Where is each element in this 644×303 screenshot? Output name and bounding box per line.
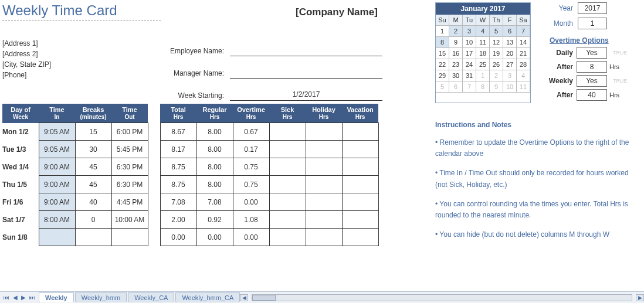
time-cell[interactable]: 4:45 PM: [111, 193, 148, 211]
sheet-tab[interactable]: Weekly: [39, 292, 74, 302]
scroll-left-icon[interactable]: ◀: [240, 294, 248, 301]
cal-day[interactable]: 25: [476, 59, 490, 70]
hrs-cell[interactable]: [342, 123, 378, 141]
time-cell[interactable]: 9:00 AM: [39, 176, 75, 193]
cal-day[interactable]: 11: [517, 81, 530, 93]
employee-name-input[interactable]: [230, 46, 382, 56]
hrs-cell[interactable]: [342, 229, 378, 246]
hrs-cell[interactable]: [342, 211, 378, 229]
cal-day[interactable]: 21: [517, 48, 530, 59]
sheet-tab[interactable]: Weekly_hmm_CA: [175, 292, 240, 302]
sheet-tab[interactable]: Weekly_hmm: [75, 292, 127, 302]
hrs-cell[interactable]: [306, 176, 342, 193]
time-cell[interactable]: 8:00 AM: [39, 211, 75, 229]
hrs-cell[interactable]: [306, 193, 342, 211]
cal-day[interactable]: 24: [463, 59, 476, 70]
cal-day[interactable]: 6: [503, 26, 517, 37]
cal-day[interactable]: 9: [449, 37, 463, 48]
time-cell[interactable]: [75, 229, 111, 246]
tab-nav-first-icon[interactable]: ⏮: [2, 294, 11, 301]
cal-day[interactable]: 20: [503, 48, 517, 59]
hrs-cell[interactable]: [269, 123, 306, 141]
cal-day[interactable]: 19: [490, 48, 503, 59]
ot-input[interactable]: 40: [577, 89, 607, 101]
cal-day[interactable]: 7: [463, 81, 476, 93]
cal-day[interactable]: 29: [436, 70, 449, 81]
month-input[interactable]: 1: [578, 18, 607, 29]
cal-day[interactable]: 4: [476, 26, 490, 37]
cal-day[interactable]: 7: [517, 26, 530, 37]
cal-day[interactable]: 17: [463, 48, 476, 59]
cal-day[interactable]: 4: [517, 70, 530, 81]
hrs-cell[interactable]: [306, 211, 342, 229]
cal-day[interactable]: 1: [476, 70, 490, 81]
hrs-cell[interactable]: [269, 193, 306, 211]
hrs-cell[interactable]: [269, 141, 306, 158]
time-cell[interactable]: 10:00 AM: [111, 211, 148, 229]
cal-day[interactable]: 22: [436, 59, 449, 70]
tab-nav-next-icon[interactable]: ▶: [20, 294, 27, 301]
cal-day[interactable]: 30: [449, 70, 463, 81]
cal-day[interactable]: 11: [476, 37, 490, 48]
hrs-cell[interactable]: [342, 193, 378, 211]
cal-day[interactable]: 31: [463, 70, 476, 81]
time-cell[interactable]: 6:00 PM: [111, 123, 148, 141]
hrs-cell[interactable]: [306, 141, 342, 158]
cal-day[interactable]: 8: [476, 81, 490, 93]
mini-calendar[interactable]: January 2017 SuMTuWThFSa1234567891011121…: [435, 2, 531, 103]
cal-day[interactable]: 13: [503, 37, 517, 48]
time-cell[interactable]: 9:00 AM: [39, 158, 75, 176]
time-cell[interactable]: 9:00 AM: [39, 193, 75, 211]
time-cell[interactable]: [111, 229, 148, 246]
cal-day[interactable]: 6: [449, 81, 463, 93]
cal-day[interactable]: 18: [476, 48, 490, 59]
tab-nav-last-icon[interactable]: ⏭: [28, 294, 36, 301]
cal-day[interactable]: 28: [517, 59, 530, 70]
time-cell[interactable]: 9:05 AM: [39, 141, 75, 158]
scroll-right-icon[interactable]: ▶: [636, 294, 644, 301]
tab-nav-prev-icon[interactable]: ◀: [12, 294, 19, 301]
ot-input[interactable]: Yes: [577, 47, 607, 59]
time-cell[interactable]: 6:30 PM: [111, 158, 148, 176]
time-cell[interactable]: 9:05 AM: [39, 123, 75, 141]
cal-day[interactable]: 9: [490, 81, 503, 93]
hrs-cell[interactable]: [342, 176, 378, 193]
cal-day[interactable]: 3: [463, 26, 476, 37]
hrs-cell[interactable]: [269, 158, 306, 176]
cal-day[interactable]: 16: [449, 48, 463, 59]
time-cell[interactable]: 6:30 PM: [111, 176, 148, 193]
hrs-cell[interactable]: [269, 176, 306, 193]
hrs-cell[interactable]: [306, 123, 342, 141]
hrs-cell[interactable]: [342, 141, 378, 158]
cal-day[interactable]: 5: [490, 26, 503, 37]
manager-name-input[interactable]: [230, 68, 382, 79]
hrs-cell[interactable]: [269, 211, 306, 229]
cal-day[interactable]: 23: [449, 59, 463, 70]
ot-input[interactable]: 8: [577, 61, 607, 73]
time-cell[interactable]: 40: [75, 193, 111, 211]
scrollbar-thumb[interactable]: [252, 295, 276, 301]
hrs-cell[interactable]: [306, 229, 342, 246]
cal-day[interactable]: 27: [503, 59, 517, 70]
horizontal-scrollbar[interactable]: [252, 294, 632, 301]
hrs-cell[interactable]: [306, 158, 342, 176]
time-cell[interactable]: 45: [75, 176, 111, 193]
time-cell[interactable]: [39, 229, 75, 246]
cal-day[interactable]: 15: [436, 48, 449, 59]
hrs-cell[interactable]: [342, 158, 378, 176]
cal-day[interactable]: 12: [490, 37, 503, 48]
cal-day[interactable]: 10: [463, 37, 476, 48]
cal-day[interactable]: 2: [449, 26, 463, 37]
cal-day[interactable]: 3: [503, 70, 517, 81]
cal-day[interactable]: 2: [490, 70, 503, 81]
sheet-tab[interactable]: Weekly_CA: [128, 292, 174, 302]
year-input[interactable]: 2017: [578, 2, 607, 14]
cal-day[interactable]: 1: [436, 26, 449, 37]
week-starting-input[interactable]: 1/2/2017: [230, 90, 382, 101]
time-cell[interactable]: 15: [75, 123, 111, 141]
time-cell[interactable]: 5:45 PM: [111, 141, 148, 158]
time-cell[interactable]: 45: [75, 158, 111, 176]
cal-day[interactable]: 8: [436, 37, 449, 48]
cal-day[interactable]: 10: [503, 81, 517, 93]
cal-day[interactable]: 5: [436, 81, 449, 93]
